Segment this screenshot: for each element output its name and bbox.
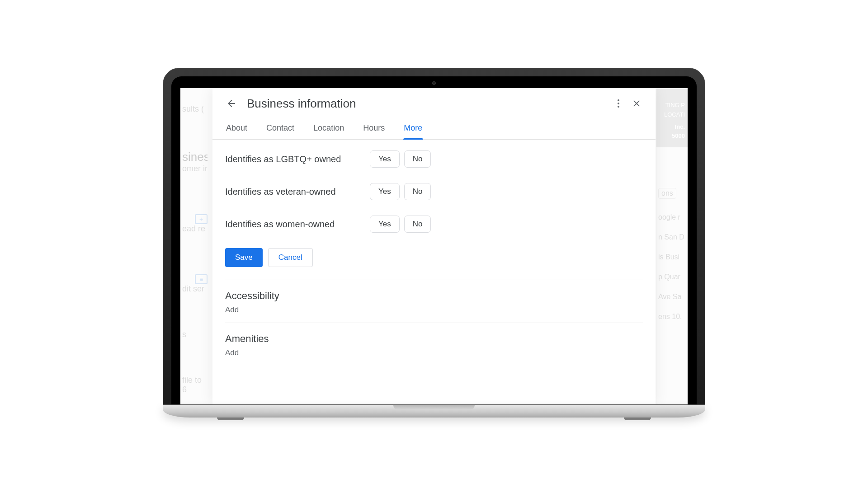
svg-point-2 [618,106,619,108]
tab-about[interactable]: About [225,119,248,139]
section-amenities[interactable]: Amenities Add [225,323,643,366]
close-button[interactable] [627,94,646,113]
attribute-label: Identifies as veteran-owned [225,187,370,197]
attribute-label: Identifies as women-owned [225,219,370,230]
modal-tabs: About Contact Location Hours More [212,116,656,140]
save-button[interactable]: Save [225,248,263,267]
svg-point-0 [618,99,619,101]
more-options-button[interactable] [609,94,627,113]
attribute-row-women: Identifies as women-owned Yes No [225,216,643,233]
section-title: Amenities [225,333,643,345]
tab-more[interactable]: More [403,119,423,139]
section-accessibility[interactable]: Accessibility Add [225,280,643,323]
back-button[interactable] [222,94,241,113]
section-add-link[interactable]: Add [225,305,643,314]
cancel-button[interactable]: Cancel [268,248,313,267]
laptop-camera [432,81,436,85]
no-button[interactable]: No [404,183,431,200]
more-vert-icon [613,98,624,109]
tab-hours[interactable]: Hours [362,119,386,139]
action-buttons: Save Cancel [225,248,643,267]
no-button[interactable]: No [404,150,431,168]
tab-location[interactable]: Location [312,119,345,139]
modal-body: Identifies as LGBTQ+ owned Yes No Identi… [212,140,656,404]
laptop-mockup: sults ( sines omer in + ead re ≡ dit ser [163,68,705,420]
yes-button[interactable]: Yes [370,183,400,200]
tab-contact[interactable]: Contact [265,119,295,139]
section-title: Accessibility [225,290,643,302]
section-add-link[interactable]: Add [225,348,643,357]
modal-title: Business information [247,97,356,111]
svg-point-1 [618,103,619,104]
arrow-left-icon [226,98,237,109]
yes-button[interactable]: Yes [370,150,400,168]
attribute-row-lgbtq: Identifies as LGBTQ+ owned Yes No [225,150,643,168]
attribute-label: Identifies as LGBTQ+ owned [225,154,370,164]
no-button[interactable]: No [404,216,431,233]
close-icon [631,98,642,109]
modal-header: Business information [212,88,656,116]
yes-button[interactable]: Yes [370,216,400,233]
business-info-modal: Business information About Contact Locat… [212,88,656,404]
attribute-row-veteran: Identifies as veteran-owned Yes No [225,183,643,200]
